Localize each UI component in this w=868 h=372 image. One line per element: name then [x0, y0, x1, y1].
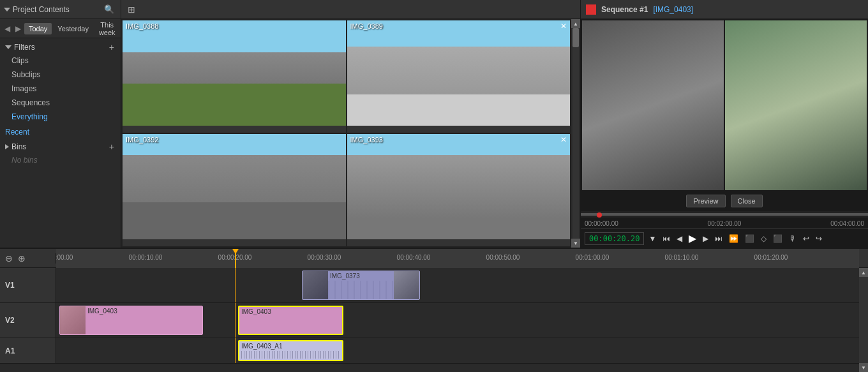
transport-to-end[interactable]: ⏭ [713, 233, 724, 244]
timeline-scroll-down[interactable]: ▼ [859, 363, 868, 372]
thumb-close-0389[interactable]: ✕ [560, 22, 567, 30]
project-contents-header: Project Contents 🔍 [0, 0, 121, 19]
transport-dropdown[interactable]: ▼ [647, 233, 658, 244]
ruler-40: 00:00:40.00 [397, 254, 431, 261]
search-button[interactable]: 🔍 [101, 3, 117, 15]
left-panel-body: Filters + Clips Subclips Images Sequence… [0, 38, 121, 248]
track-V1-content[interactable]: IMG_0373 [56, 268, 859, 302]
track-V1-label: V1 [0, 268, 56, 302]
transport-redo[interactable]: ↪ [814, 233, 824, 244]
scroll-thumb[interactable] [572, 28, 579, 47]
tab-today[interactable]: Today [24, 23, 52, 34]
center-panel: ⊞ IMG_0388 IMG_0389 ✕ IMG_0392 [121, 0, 581, 248]
thumb-label-0388: IMG_0388 [126, 22, 158, 30]
filter-everything[interactable]: Everything [0, 110, 121, 124]
track-A1: A1 IMG_0403_A1 [0, 338, 859, 364]
clip-A1-audio[interactable]: IMG_0403_A1 [238, 340, 343, 361]
track-playhead-V1 [235, 268, 236, 302]
preview-thumbnails [581, 19, 868, 191]
file-label: [IMG_0403] [653, 5, 693, 14]
sequence-indicator [586, 4, 596, 15]
thumb-label-0389: IMG_0389 [350, 22, 383, 30]
scroll-track [572, 28, 579, 239]
transport-play[interactable]: ▶ [687, 231, 698, 246]
track-A1-content[interactable]: IMG_0403_A1 [56, 338, 859, 363]
tab-yesterday[interactable]: Yesterday [53, 23, 93, 34]
thumb-label-0392: IMG_0392 [126, 136, 158, 144]
transport-undo[interactable]: ↩ [801, 233, 811, 244]
add-bin-button[interactable]: + [108, 142, 116, 151]
filters-section: Filters + Clips Subclips Images Sequence… [0, 40, 121, 125]
center-scrollbar: ▲ ▼ [571, 19, 580, 248]
playhead-marker [232, 249, 239, 254]
timeline-playhead[interactable] [235, 249, 236, 268]
transport-btn-3[interactable]: ⬛ [771, 233, 784, 244]
transport-fast-forward[interactable]: ⏩ [727, 233, 740, 244]
ruler-80: 00:01:20.00 [754, 254, 788, 261]
transport-btn-1[interactable]: ⬛ [743, 233, 756, 244]
back-button[interactable]: ◀ [3, 23, 12, 34]
scroll-up-arrow[interactable]: ▲ [571, 19, 580, 28]
track-V2-content[interactable]: IMG_0403 IMG_0403 [56, 303, 859, 338]
timeline-zoom-controls: ⊖ ⊕ [0, 253, 56, 264]
timeline-scroll-track [859, 277, 868, 363]
project-contents-title: Project Contents [13, 5, 70, 14]
clip-thumb-img [303, 271, 328, 299]
center-toolbar: ⊞ [121, 0, 580, 19]
filter-sequences[interactable]: Sequences [0, 96, 121, 110]
right-panel: Sequence #1 [IMG_0403] Preview Close 00:… [581, 0, 868, 248]
grid-view-button[interactable]: ⊞ [125, 3, 138, 16]
current-timecode[interactable]: 00:00:20.20 [585, 232, 644, 245]
clip-thumb [303, 271, 328, 299]
recent-item[interactable]: Recent [0, 125, 121, 139]
zoom-in-button[interactable]: ⊕ [17, 253, 27, 264]
preview-thumb-2[interactable] [725, 20, 867, 190]
thumb-label-0393: IMG_0393 [350, 136, 383, 144]
track-playhead-A1 [235, 338, 236, 363]
filter-images[interactable]: Images [0, 82, 121, 96]
ruler-0: 00:00:00.00 [56, 254, 73, 261]
clip-V2-left-label: IMG_0403 [86, 306, 202, 316]
forward-button[interactable]: ▶ [13, 23, 23, 34]
zoom-out-button[interactable]: ⊖ [4, 253, 14, 264]
preview-thumb-1[interactable] [582, 20, 724, 190]
preview-button[interactable]: Preview [686, 195, 725, 207]
scroll-down-arrow[interactable]: ▼ [571, 239, 580, 248]
transport-record[interactable]: 🎙 [787, 233, 798, 244]
transport-btn-2[interactable]: ◇ [759, 233, 768, 244]
bins-header[interactable]: Bins + [0, 140, 121, 153]
thumb-close-0393[interactable]: ✕ [560, 136, 567, 144]
filter-clips[interactable]: Clips [0, 54, 121, 68]
filters-expand-icon [5, 45, 11, 49]
close-button[interactable]: Close [731, 195, 763, 207]
ruler-70: 00:01:10.00 [665, 254, 699, 261]
filter-subclips[interactable]: Subclips [0, 68, 121, 82]
track-A1-label: A1 [0, 338, 56, 363]
tab-this-week[interactable]: This week [94, 19, 120, 38]
ruler-50: 00:00:50.00 [486, 254, 520, 261]
filters-header[interactable]: Filters + [0, 41, 121, 54]
clip-waveform [328, 281, 394, 299]
transport-to-start[interactable]: ⏮ [661, 233, 672, 244]
thumb-IMG_0392[interactable]: IMG_0392 [123, 134, 346, 246]
add-filter-button[interactable]: + [108, 43, 116, 52]
timeline-header: ⊖ ⊕ 00:00:00.00 00:00:10.00 00:00:20.00 … [0, 249, 868, 268]
transport-next-frame[interactable]: ▶ [701, 233, 710, 244]
left-panel: Project Contents 🔍 ◀ ▶ Today Yesterday T… [0, 0, 121, 248]
playhead-dot [597, 212, 602, 218]
preview-timeline-bar[interactable] [581, 211, 868, 218]
clip-V2-IMG_0403-left[interactable]: IMG_0403 [59, 306, 203, 335]
clip-V1-IMG_0373[interactable]: IMG_0373 [302, 271, 420, 300]
timeline-ruler[interactable]: 00:00:00.00 00:00:10.00 00:00:20.00 00:0… [56, 249, 859, 268]
thumbnail-grid: IMG_0388 IMG_0389 ✕ IMG_0392 IMG_0393 [121, 19, 571, 248]
clip-V1-label: IMG_0373 [328, 271, 394, 281]
timeline-scroll-up[interactable]: ▲ [859, 268, 868, 277]
clip-V2-IMG_0403-selected[interactable]: IMG_0403 [238, 306, 343, 335]
transport-prev-frame[interactable]: ◀ [675, 233, 684, 244]
thumb-IMG_0393[interactable]: IMG_0393 ✕ [347, 134, 571, 246]
filters-label: Filters [14, 43, 35, 52]
thumb-IMG_0389[interactable]: IMG_0389 ✕ [347, 20, 571, 133]
timeline-bar-inner [581, 213, 868, 216]
timecode-left: 00:00:00.00 [585, 220, 618, 227]
thumb-IMG_0388[interactable]: IMG_0388 [123, 20, 346, 133]
